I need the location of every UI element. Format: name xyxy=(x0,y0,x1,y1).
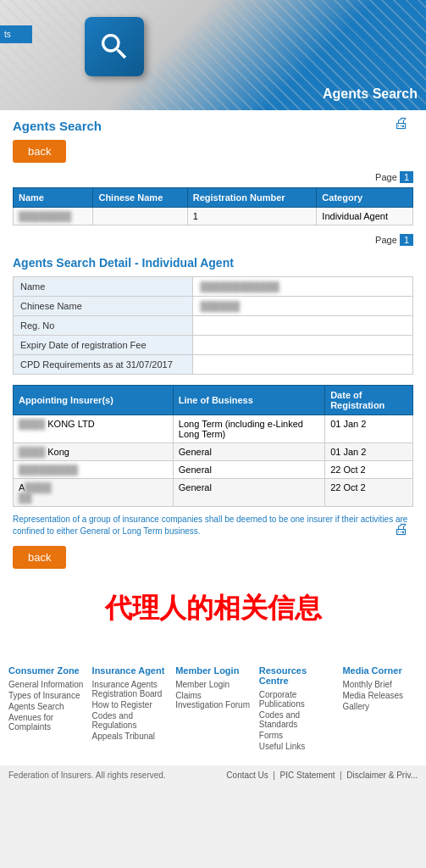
detail-value-expiry xyxy=(193,336,413,355)
detail-label-cpd: CPD Requirements as at 31/07/2017 xyxy=(14,355,193,375)
footer-contact-us[interactable]: Contact Us xyxy=(226,771,268,780)
appoint-lob-2: General xyxy=(173,443,324,461)
footer-col-title-member: Member Login xyxy=(175,665,251,676)
page-info: Page 1 xyxy=(13,171,413,183)
footer-nav: Consumer Zone General Information Types … xyxy=(0,653,426,765)
footer-link-corporate-pub[interactable]: Corporate Publications xyxy=(259,690,335,709)
appoint-lob-3: General xyxy=(173,461,324,479)
detail-row-chinese-name: Chinese Name ██████ xyxy=(14,297,413,316)
cell-reg-number: 1 xyxy=(187,208,317,225)
col-header-chinese-name: Chinese Name xyxy=(93,188,187,208)
footer-link-gallery[interactable]: Gallery xyxy=(342,702,418,711)
detail-table: Name ████████████ Chinese Name ██████ Re… xyxy=(13,276,413,375)
footer-link-general-info[interactable]: General Information xyxy=(8,680,84,689)
appoint-insurer-1: ████ KONG LTD xyxy=(14,415,174,443)
footer-bottom-links: Contact Us | PIC Statement | Disclaimer … xyxy=(226,771,418,780)
detail-row-expiry: Expiry Date of registration Fee xyxy=(14,336,413,355)
appoint-date-3: 22 Oct 2 xyxy=(325,461,413,479)
search-icon xyxy=(85,17,144,76)
footer-bottom: Federation of Insurers. All rights reser… xyxy=(0,765,426,785)
footer-link-types-insurance[interactable]: Types of Insurance xyxy=(8,691,84,700)
results-table: Name Chinese Name Registration Number Ca… xyxy=(13,187,413,225)
appoint-col-date: Date of Registration xyxy=(325,386,413,415)
footer-link-member-login[interactable]: Member Login xyxy=(175,680,251,689)
footer-link-appeals-tribunal[interactable]: Appeals Tribunal xyxy=(92,732,168,741)
copyright-text: Federation of Insurers. All rights reser… xyxy=(8,771,166,780)
footer-link-forms[interactable]: Forms xyxy=(259,731,335,740)
detail-value-name: ████████████ xyxy=(193,277,413,297)
back-button-top[interactable]: back xyxy=(13,140,66,163)
appoint-insurer-4: A██████ xyxy=(14,479,174,507)
appoint-col-lob: Line of Business xyxy=(173,386,324,415)
appoint-date-1: 01 Jan 2 xyxy=(325,415,413,443)
appoint-row-4: A██████ General 22 Oct 2 xyxy=(14,479,413,507)
search-page-title: Agents Search xyxy=(13,119,413,133)
detail-section-title: Agents Search Detail - Individual Agent xyxy=(13,256,413,270)
footer-link-media-releases[interactable]: Media Releases xyxy=(342,691,418,700)
detail-value-cpd xyxy=(193,355,413,375)
footer-col-consumer-zone: Consumer Zone General Information Types … xyxy=(8,665,84,753)
appoint-row-3: █████████ General 22 Oct 2 xyxy=(14,461,413,479)
appoint-date-4: 22 Oct 2 xyxy=(325,479,413,507)
appoint-date-2: 01 Jan 2 xyxy=(325,443,413,461)
cell-name: ████████ xyxy=(14,208,93,225)
cell-category: Individual Agent xyxy=(317,208,413,225)
main-content: Agents Search back 🖨 Page 1 Name Chinese… xyxy=(0,110,426,653)
page-info-2: Page 1 xyxy=(13,234,413,246)
footer-link-useful-links[interactable]: Useful Links xyxy=(259,742,335,751)
appoint-lob-4: General xyxy=(173,479,324,507)
detail-row-name: Name ████████████ xyxy=(14,277,413,297)
printer-icon[interactable]: 🖨 xyxy=(394,114,409,131)
left-nav: ts xyxy=(0,25,32,43)
footer-disclaimer[interactable]: Disclaimer & Priv... xyxy=(346,771,418,780)
footer-link-monthly-brief[interactable]: Monthly Brief xyxy=(342,680,418,689)
footer-link-claims-forum[interactable]: Claims Investigation Forum xyxy=(175,691,251,709)
footer-col-title-consumer: Consumer Zone xyxy=(8,665,84,676)
chinese-heading: 代理人的相关信息 xyxy=(13,590,413,627)
footer-link-codes-regulations[interactable]: Codes and Regulations xyxy=(92,711,168,730)
header-banner: ts Agents Search xyxy=(0,0,426,110)
footer-link-registration-board[interactable]: Insurance Agents Registration Board xyxy=(92,680,168,698)
detail-row-cpd: CPD Requirements as at 31/07/2017 xyxy=(14,355,413,375)
footer-link-codes-standards[interactable]: Codes and Standards xyxy=(259,710,335,729)
header-title: Agents Search xyxy=(323,86,418,102)
col-header-category: Category xyxy=(317,188,413,208)
footer-col-title-resources: Resources Centre xyxy=(259,665,335,686)
appoint-insurer-3: █████████ xyxy=(14,461,174,479)
appoint-row-2: ████ Kong General 01 Jan 2 xyxy=(14,443,413,461)
appoint-row-1: ████ KONG LTD Long Term (including e-Lin… xyxy=(14,415,413,443)
back-button-bottom[interactable]: back xyxy=(13,546,66,569)
footer-nav-inner: Consumer Zone General Information Types … xyxy=(0,653,426,765)
appoint-insurer-2: ████ Kong xyxy=(14,443,174,461)
detail-value-reg-no xyxy=(193,316,413,336)
footer-col-title-agent: Insurance Agent xyxy=(92,665,168,676)
appoint-lob-1: Long Term (including e-Linked Long Term) xyxy=(173,415,324,443)
footer-link-how-to-register[interactable]: How to Register xyxy=(92,700,168,709)
footer-col-media: Media Corner Monthly Brief Media Release… xyxy=(342,665,418,753)
footer-col-insurance-agent: Insurance Agent Insurance Agents Registr… xyxy=(92,665,168,753)
footer-pic-statement[interactable]: PIC Statement xyxy=(280,771,335,780)
detail-row-reg-no: Reg. No xyxy=(14,316,413,336)
footer-col-resources: Resources Centre Corporate Publications … xyxy=(259,665,335,753)
footer-link-agents-search[interactable]: Agents Search xyxy=(8,702,84,711)
detail-label-reg-no: Reg. No xyxy=(14,316,193,336)
detail-label-chinese-name: Chinese Name xyxy=(14,297,193,316)
footer-col-member-login: Member Login Member Login Claims Investi… xyxy=(175,665,251,753)
appoint-col-insurer: Appointing Insurer(s) xyxy=(14,386,174,415)
appointing-table: Appointing Insurer(s) Line of Business D… xyxy=(13,385,413,507)
detail-label-expiry: Expiry Date of registration Fee xyxy=(14,336,193,355)
col-header-name: Name xyxy=(14,188,93,208)
col-header-reg-number: Registration Number xyxy=(187,188,317,208)
disclaimer-text: Representation of a group of insurance c… xyxy=(13,514,413,537)
table-row: ████████ 1 Individual Agent xyxy=(14,208,413,225)
cell-chinese-name xyxy=(93,208,187,225)
footer-link-avenues-complaints[interactable]: Avenues for Complaints xyxy=(8,713,84,732)
detail-label-name: Name xyxy=(14,277,193,297)
footer-col-title-media: Media Corner xyxy=(342,665,418,676)
detail-value-chinese-name: ██████ xyxy=(193,297,413,316)
